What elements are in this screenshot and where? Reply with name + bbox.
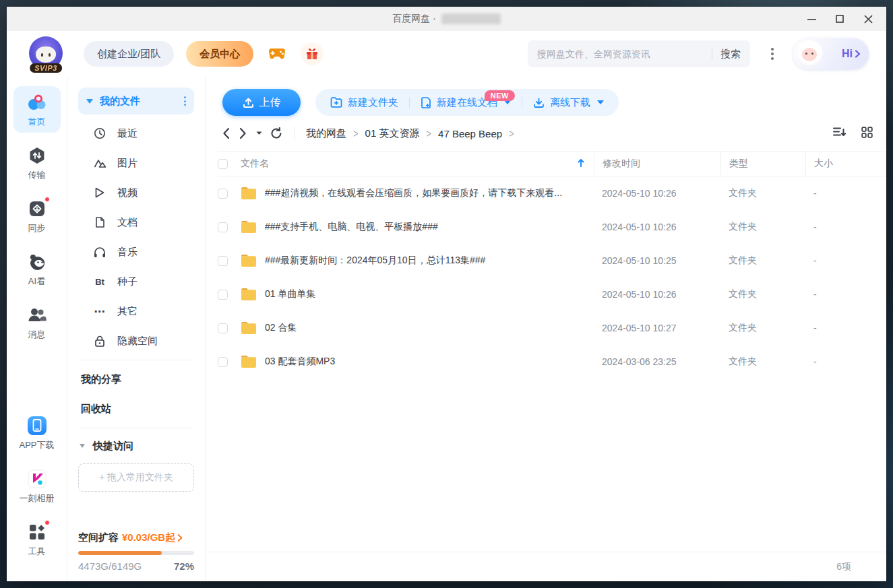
rail-item-transfer[interactable]: 传输	[13, 139, 61, 186]
sidebar-item-documents[interactable]: 文档	[78, 207, 194, 237]
sidebar-item-hidden-space[interactable]: 隐藏空间	[78, 326, 194, 356]
new-doc-icon	[421, 97, 431, 108]
row-checkbox[interactable]	[218, 323, 228, 333]
new-folder-icon	[330, 97, 342, 108]
transfer-icon	[27, 145, 47, 166]
sort-ascending-icon[interactable]	[578, 158, 584, 169]
rail-item-ai-view[interactable]: AI看	[13, 246, 61, 292]
folder-icon	[241, 288, 265, 301]
sidebar-item-videos[interactable]: 视频	[78, 178, 194, 207]
storage-percent-text: 72%	[174, 560, 194, 572]
app-header: SVIP3 创建企业/团队 会员中心 搜索 Hi	[7, 31, 886, 77]
nav-forward-button[interactable]	[239, 127, 247, 139]
offline-download-button[interactable]: 离线下载	[533, 96, 604, 109]
window-title: 百度网盘 ·	[392, 13, 501, 25]
select-all-checkbox[interactable]	[218, 159, 228, 169]
rail-item-messages[interactable]: 消息	[13, 299, 61, 346]
my-files-more-icon[interactable]	[184, 96, 186, 106]
upload-button[interactable]: 上传	[222, 89, 301, 116]
table-row[interactable]: 03 配套音频MP3 2024-03-06 23:25 文件夹 -	[218, 345, 874, 379]
file-name[interactable]: ###支持手机、电脑、电视、平板播放###	[265, 221, 594, 233]
column-header-size[interactable]: 大小	[805, 151, 874, 176]
rail-label-home: 首页	[28, 116, 46, 128]
row-checkbox[interactable]	[218, 256, 228, 266]
new-folder-button[interactable]: 新建文件夹	[330, 96, 398, 109]
search-input[interactable]	[537, 48, 704, 59]
file-name[interactable]: ###最新更新时间：2024年05月10日，总计113集###	[265, 255, 594, 267]
drop-folder-zone[interactable]: + 拖入常用文件夹	[78, 463, 194, 492]
create-team-button[interactable]: 创建企业/团队	[84, 41, 174, 67]
sidebar-label-images: 图片	[117, 157, 137, 170]
file-size: -	[805, 222, 874, 232]
row-checkbox[interactable]	[218, 290, 228, 300]
table-row[interactable]: ###支持手机、电脑、电视、平板播放### 2024-05-10 10:26 文…	[218, 210, 874, 244]
rail-label-sync: 同步	[28, 222, 46, 234]
refresh-button[interactable]	[270, 127, 282, 139]
sidebar-item-torrents[interactable]: Bt 种子	[78, 267, 194, 296]
user-profile-pill[interactable]: Hi	[793, 38, 869, 69]
censored-username	[441, 13, 501, 24]
grid-view-icon[interactable]	[861, 127, 873, 141]
sidebar-my-files[interactable]: 我的文件	[78, 88, 194, 115]
column-header-name[interactable]: 文件名	[241, 158, 269, 170]
row-checkbox[interactable]	[218, 222, 228, 232]
gift-icon[interactable]	[301, 42, 324, 65]
table-row[interactable]: ###超清视频，在线观看会压缩画质，如果要画质好，请下载下来观看... 2024…	[218, 176, 874, 210]
rail-item-tools[interactable]: 工具	[13, 516, 61, 562]
storage-expand-link[interactable]: 空间扩容 ¥0.03/GB起	[78, 531, 194, 544]
file-name[interactable]: ###超清视频，在线观看会压缩画质，如果要画质好，请下载下来观看...	[265, 187, 594, 199]
sidebar-item-music[interactable]: 音乐	[78, 237, 194, 267]
sort-order-icon[interactable]	[833, 127, 846, 140]
file-name[interactable]: 03 配套音频MP3	[265, 356, 594, 368]
column-header-modified[interactable]: 修改时间	[594, 151, 720, 176]
chevron-down-icon	[597, 100, 604, 104]
file-modified: 2024-05-10 10:26	[594, 289, 720, 300]
table-row[interactable]: 01 单曲单集 2024-05-10 10:26 文件夹 -	[218, 277, 874, 311]
rail-item-app-download[interactable]: APP下载	[13, 410, 61, 456]
folder-icon	[241, 321, 265, 335]
maximize-button[interactable]	[826, 7, 854, 31]
game-center-icon[interactable]	[266, 42, 288, 65]
storage-price: ¥0.03/GB起	[122, 531, 175, 544]
sidebar-label-my-shares: 我的分享	[81, 373, 121, 386]
sidebar-item-recent[interactable]: 最近	[78, 119, 194, 148]
close-button[interactable]	[854, 7, 882, 31]
upload-icon	[243, 97, 254, 108]
breadcrumb-item-root[interactable]: 我的网盘	[306, 127, 346, 140]
search-bar: 搜索	[528, 40, 750, 67]
row-checkbox[interactable]	[218, 357, 228, 367]
member-center-button[interactable]: 会员中心	[186, 41, 253, 67]
search-button[interactable]: 搜索	[720, 48, 741, 61]
table-header: 文件名 修改时间 类型 大小	[218, 151, 886, 176]
sidebar-item-images[interactable]: 图片	[78, 148, 194, 178]
row-checkbox[interactable]	[218, 189, 228, 199]
rail-item-photo-album[interactable]: 一刻相册	[13, 463, 61, 509]
column-header-type[interactable]: 类型	[720, 151, 805, 176]
toolbar-divider	[522, 97, 522, 108]
nav-back-button[interactable]	[222, 127, 230, 139]
account-avatar[interactable]: SVIP3	[27, 36, 65, 71]
table-row[interactable]: 02 合集 2024-05-10 10:27 文件夹 -	[218, 311, 874, 345]
sidebar-item-recycle-bin[interactable]: 回收站	[78, 394, 194, 424]
breadcrumb-separator: >	[353, 127, 359, 139]
file-name[interactable]: 01 单曲单集	[265, 288, 594, 300]
breadcrumb-item-current[interactable]: 47 Beep Beep	[438, 128, 502, 139]
sidebar-item-my-shares[interactable]: 我的分享	[78, 364, 194, 394]
file-name[interactable]: 02 合集	[265, 322, 594, 334]
breadcrumb-item[interactable]: 01 英文资源	[365, 127, 420, 140]
sidebar-label-recent: 最近	[117, 127, 137, 140]
rail-item-sync[interactable]: 同步	[13, 193, 61, 239]
sidebar-label-documents: 文档	[117, 216, 137, 229]
minimize-button[interactable]	[797, 7, 826, 31]
messages-icon	[27, 305, 47, 325]
history-dropdown-icon[interactable]	[256, 131, 262, 135]
title-bar: 百度网盘 ·	[7, 7, 886, 31]
table-row[interactable]: ###最新更新时间：2024年05月10日，总计113集### 2024-05-…	[218, 244, 874, 277]
new-online-doc-button[interactable]: NEW 新建在线文档	[421, 96, 511, 109]
sidebar-item-others[interactable]: ⋯ 其它	[78, 296, 194, 326]
rail-item-home[interactable]: 首页	[13, 86, 61, 133]
app-window: 百度网盘 · SVIP3 创建企业/团队 会员中心	[7, 7, 886, 581]
sidebar-quick-access[interactable]: 快捷访问	[78, 432, 194, 459]
file-size: -	[805, 323, 874, 333]
more-menu-icon[interactable]	[761, 48, 784, 60]
